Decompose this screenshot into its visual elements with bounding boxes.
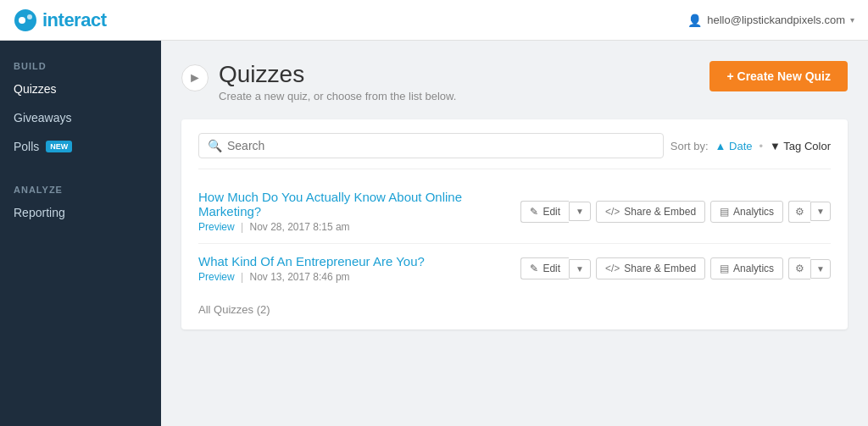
- analytics-icon-2: ▤: [720, 263, 729, 274]
- sidebar-giveaways-label: Giveaways: [14, 111, 71, 124]
- svg-point-2: [27, 14, 32, 19]
- quiz-info-1: How Much Do You Actually Know About Onli…: [198, 190, 520, 233]
- search-bar: 🔍 Sort by: ▲ Date • ▼ Tag Color: [198, 133, 831, 158]
- quiz-date-2: Nov 13, 2017 8:46 pm: [250, 271, 350, 283]
- analytics-label-2: Analytics: [733, 263, 774, 274]
- share-icon-2: </>: [605, 263, 620, 274]
- user-email: hello@lipstickandpixels.com: [707, 14, 845, 26]
- share-embed-label-2: Share & Embed: [624, 263, 696, 274]
- sidebar-item-giveaways[interactable]: Giveaways: [0, 103, 161, 132]
- edit-label-1: Edit: [542, 206, 560, 218]
- svg-point-1: [19, 17, 25, 24]
- page-header-left: ► Quizzes Create a new quiz, or choose f…: [181, 61, 456, 102]
- sort-separator: •: [760, 140, 764, 152]
- table-row: How Much Do You Actually Know About Onli…: [198, 180, 831, 244]
- quiz-list-card: 🔍 Sort by: ▲ Date • ▼ Tag Color How Much…: [181, 119, 848, 329]
- main-content: ► Quizzes Create a new quiz, or choose f…: [161, 41, 868, 426]
- search-icon: 🔍: [208, 139, 222, 152]
- analytics-button-2[interactable]: ▤ Analytics: [710, 257, 783, 279]
- edit-dropdown-arrow-2[interactable]: ▼: [569, 259, 591, 279]
- page-title-group: Quizzes Create a new quiz, or choose fro…: [219, 61, 456, 102]
- gear-button-1[interactable]: ⚙: [788, 201, 810, 223]
- sidebar-reporting-label: Reporting: [14, 206, 65, 219]
- sort-by-date[interactable]: ▲ Date: [715, 140, 753, 152]
- chevron-down-icon: ▾: [850, 15, 854, 25]
- sidebar-item-quizzes[interactable]: Quizzes: [0, 75, 161, 103]
- edit-split-button-1: ✎ Edit ▼: [520, 201, 591, 223]
- analyze-section-label: ANALYZE: [0, 178, 161, 198]
- table-row: What Kind Of An Entrepreneur Are You? Pr…: [198, 244, 831, 293]
- user-menu[interactable]: 👤 hello@lipstickandpixels.com ▾: [687, 14, 854, 27]
- gear-split-2: ⚙ ▼: [788, 257, 831, 279]
- share-embed-label-1: Share & Embed: [624, 206, 696, 218]
- quiz-actions-2: ✎ Edit ▼ </> Share & Embed ▤: [520, 257, 831, 279]
- quiz-title-1[interactable]: How Much Do You Actually Know About Onli…: [198, 190, 520, 219]
- logo: interact: [14, 8, 106, 32]
- analytics-icon-1: ▤: [720, 206, 729, 218]
- quiz-list: How Much Do You Actually Know About Onli…: [198, 180, 831, 293]
- preview-link-2[interactable]: Preview: [198, 271, 235, 283]
- preview-link-1[interactable]: Preview: [198, 221, 235, 233]
- meta-sep-1: |: [241, 221, 243, 233]
- edit-icon-2: ✎: [530, 263, 538, 274]
- edit-label-2: Edit: [542, 263, 560, 274]
- analytics-button-1[interactable]: ▤ Analytics: [710, 201, 783, 223]
- edit-split-button-2: ✎ Edit ▼: [520, 257, 591, 279]
- build-section-label: BUILD: [0, 54, 161, 75]
- search-input[interactable]: [227, 139, 654, 152]
- edit-dropdown-arrow-1[interactable]: ▼: [569, 202, 591, 221]
- gear-split-1: ⚙ ▼: [788, 201, 831, 223]
- quiz-info-2: What Kind Of An Entrepreneur Are You? Pr…: [198, 254, 520, 283]
- logo-text: interact: [42, 9, 106, 31]
- topbar: interact 👤 hello@lipstickandpixels.com ▾: [0, 0, 868, 41]
- sort-area: Sort by: ▲ Date • ▼ Tag Color: [670, 140, 831, 152]
- new-badge: NEW: [46, 141, 72, 152]
- quiz-actions-1: ✎ Edit ▼ </> Share & Embed ▤: [520, 201, 831, 223]
- sidebar-item-reporting[interactable]: Reporting: [0, 198, 161, 227]
- sort-label: Sort by:: [670, 140, 709, 152]
- quiz-meta-1: Preview | Nov 28, 2017 8:15 am: [198, 221, 520, 233]
- gear-dropdown-1[interactable]: ▼: [810, 202, 831, 221]
- sort-by-color[interactable]: ▼ Tag Color: [770, 140, 831, 152]
- page-subtitle: Create a new quiz, or choose from the li…: [219, 90, 456, 102]
- gear-dropdown-2[interactable]: ▼: [810, 259, 831, 279]
- share-embed-button-2[interactable]: </> Share & Embed: [596, 257, 705, 279]
- sidebar-quizzes-label: Quizzes: [14, 82, 57, 96]
- share-embed-button-1[interactable]: </> Share & Embed: [596, 201, 705, 223]
- sidebar-item-polls[interactable]: Polls NEW: [0, 132, 161, 161]
- interact-logo-icon: [14, 8, 37, 32]
- search-input-wrapper: 🔍: [198, 133, 664, 158]
- layout: BUILD Quizzes Giveaways Polls NEW ANALYZ…: [0, 41, 868, 426]
- sidebar: BUILD Quizzes Giveaways Polls NEW ANALYZ…: [0, 41, 161, 426]
- all-quizzes-count: All Quizzes (2): [198, 303, 831, 316]
- edit-button-1[interactable]: ✎ Edit: [520, 201, 569, 223]
- page-header: ► Quizzes Create a new quiz, or choose f…: [181, 61, 848, 102]
- gear-button-2[interactable]: ⚙: [788, 257, 810, 279]
- analytics-label-1: Analytics: [733, 206, 774, 218]
- quiz-title-2[interactable]: What Kind Of An Entrepreneur Are You?: [198, 254, 520, 268]
- quiz-date-1: Nov 28, 2017 8:15 am: [250, 221, 350, 233]
- edit-button-2[interactable]: ✎ Edit: [520, 257, 569, 279]
- quiz-meta-2: Preview | Nov 13, 2017 8:46 pm: [198, 271, 520, 283]
- back-arrow-icon[interactable]: ►: [181, 64, 209, 91]
- sidebar-polls-label: Polls: [14, 140, 39, 153]
- edit-icon-1: ✎: [530, 206, 538, 218]
- meta-sep-2: |: [241, 271, 243, 283]
- share-icon-1: </>: [605, 206, 620, 218]
- divider: [198, 169, 831, 169]
- create-new-quiz-button[interactable]: + Create New Quiz: [709, 61, 848, 91]
- user-icon: 👤: [687, 14, 702, 27]
- page-title: Quizzes: [219, 61, 456, 88]
